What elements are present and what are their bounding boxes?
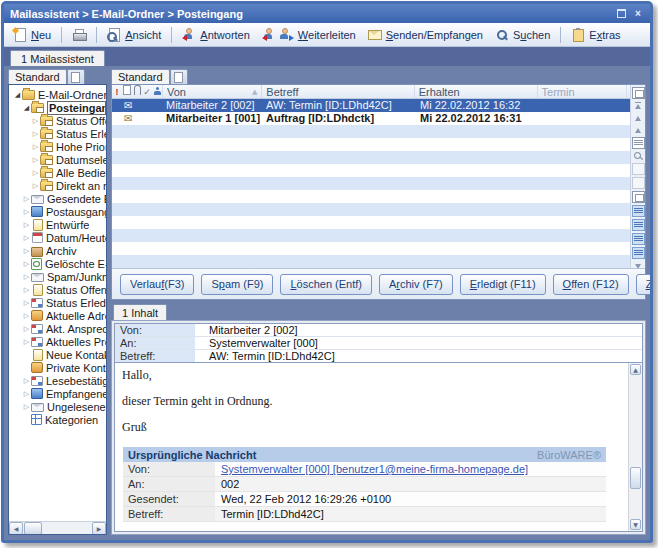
tree-item-status-erledigt[interactable]: ▷Status Erledigt (9, 127, 106, 140)
expand-icon[interactable]: ▷ (22, 247, 31, 255)
verlauf-button[interactable]: Verlauf (F3) (120, 274, 194, 295)
toolbar-button-senden-empfangen[interactable]: Senden/Empfangen (363, 26, 488, 43)
expand-icon[interactable]: ▷ (22, 260, 31, 268)
list-tab-new[interactable] (170, 69, 188, 84)
type-column-icon[interactable] (122, 85, 132, 98)
body-scrollbar[interactable]: ▲ ▼ (628, 363, 642, 531)
spam-button[interactable]: Spam (F9) (201, 274, 273, 295)
view-list-3-icon[interactable] (632, 233, 645, 245)
tree-item-neue-kontakte[interactable]: Neue Kontakte (9, 348, 106, 361)
tree-item-ungelesene-mails[interactable]: ▷Ungelesene Mails (9, 400, 106, 413)
search-icon[interactable] (633, 151, 644, 161)
page-up-icon[interactable] (633, 113, 644, 123)
scroll-right-icon[interactable]: ▶ (92, 522, 106, 535)
scroll-up-icon[interactable]: ▲ (630, 364, 641, 375)
copy-row-icon[interactable] (632, 191, 645, 203)
expand-icon[interactable]: ▷ (22, 221, 31, 229)
priority-column-icon[interactable]: ! (112, 86, 122, 98)
tree-item-entw-rfe[interactable]: ▷Entwürfe (9, 218, 106, 231)
expand-icon[interactable]: ▷ (31, 117, 40, 125)
tab-mailassistent[interactable]: 1 Mailassistent (10, 50, 105, 67)
tree-item-lesebest-tigungen[interactable]: ▷Lesebestätigungen (9, 374, 106, 387)
expand-icon[interactable]: ▷ (22, 390, 31, 398)
toolbar-button-drucken[interactable] (67, 26, 91, 43)
close-icon[interactable]: × (632, 8, 644, 19)
scrollbar-thumb[interactable] (24, 522, 42, 535)
tree-item-private-kontakte[interactable]: Private Kontakte (9, 361, 106, 374)
expand-icon[interactable]: ▷ (22, 299, 31, 307)
scroll-to-top-icon[interactable] (633, 101, 644, 111)
tree-item-postausgang[interactable]: ▷Postausgang (9, 205, 106, 218)
row-up-icon[interactable] (633, 125, 644, 135)
tree-item-direkt-an-mich[interactable]: ▷Direkt an mich (9, 179, 106, 192)
folder-tab-new[interactable] (67, 69, 85, 84)
offen-button[interactable]: Offen (F12) (553, 274, 629, 295)
tree-item-datumselektion[interactable]: ▷Datumselektion (9, 153, 106, 166)
list-tab-standard[interactable]: Standard (111, 69, 170, 84)
tree-item-kategorien[interactable]: Kategorien (9, 413, 106, 426)
table-columns-icon[interactable] (632, 137, 645, 149)
toolbar-button-antworten[interactable]: Antworten (177, 26, 255, 43)
expand-icon[interactable]: ▷ (22, 234, 31, 242)
restore-icon[interactable] (615, 8, 627, 19)
scrollbar-thumb[interactable] (630, 467, 641, 489)
tree-item-gesendete-e-mails[interactable]: ▷Gesendete E-Mails (9, 192, 106, 205)
lookup-icon[interactable] (632, 163, 645, 175)
tree-item-aktuelle-adresse[interactable]: ▷Aktuelle Adresse (9, 309, 106, 322)
expand-icon[interactable]: ▷ (22, 195, 31, 203)
collapse-icon[interactable]: ◢ (13, 91, 22, 99)
expand-icon[interactable]: ▷ (22, 312, 31, 320)
column-header-von[interactable]: Von▲ (162, 85, 261, 98)
expand-icon[interactable]: ▷ (31, 130, 40, 138)
column-header-erhalten[interactable]: Erhalten (414, 85, 537, 98)
collapse-icon[interactable]: ◢ (22, 104, 31, 112)
status-column-icon[interactable]: ✓ (142, 86, 152, 98)
scroll-left-icon[interactable]: ◀ (9, 522, 23, 535)
mail-row[interactable]: ✉Mitarbeiter 2 [002]AW: Termin [ID:LDhd4… (112, 99, 631, 112)
person-column-icon[interactable] (152, 86, 162, 98)
zusatz-button[interactable]: Zusatz (636, 274, 653, 295)
tab-inhalt[interactable]: 1 Inhalt (113, 304, 167, 320)
expand-icon[interactable]: ▷ (22, 338, 31, 346)
erledigt-button[interactable]: Erledigt (F11) (460, 274, 546, 295)
tree-item-status-offen[interactable]: ▷Status Offen (9, 283, 106, 296)
tree-item-e-mail-ordner[interactable]: ◢E-Mail-Ordner (9, 88, 106, 101)
toolbar-button-weiterleiten[interactable]: Weiterleiten (257, 26, 361, 43)
tree-item-status-erledigt[interactable]: ▷Status Erledigt (9, 296, 106, 309)
tree-item-posteingang[interactable]: ◢Posteingang (9, 101, 106, 114)
mail-row[interactable]: ✉Mitarbeiter 1 [001]Auftrag [ID:LDhdctk]… (112, 112, 631, 125)
tree-item-alle-bediener[interactable]: ▷Alle Bediener (9, 166, 106, 179)
tree-item-datum-heute[interactable]: ▷Datum/Heute (9, 231, 106, 244)
scroll-down-icon[interactable]: ▼ (630, 519, 641, 530)
tree-item-aktuelles-projekt[interactable]: ▷Aktuelles Projekt (9, 335, 106, 348)
folder-tab-standard[interactable]: Standard (8, 69, 67, 84)
tree-item-akt-ansprechpart[interactable]: ▷Akt. Ansprechpart (9, 322, 106, 335)
sender-link[interactable]: Systemverwalter [000] [benutzer1@meine-f… (215, 463, 528, 475)
attachment-column-icon[interactable] (132, 85, 142, 98)
view-list-1-icon[interactable] (632, 205, 645, 217)
view-list-2-icon[interactable] (632, 219, 645, 231)
expand-icon[interactable]: ▷ (31, 156, 40, 164)
toolbar-button-extras[interactable]: Extras (566, 26, 625, 43)
expand-icon[interactable]: ▷ (22, 377, 31, 385)
expand-icon[interactable]: ▷ (22, 325, 31, 333)
expand-icon[interactable]: ▷ (22, 286, 31, 294)
column-header-betreff[interactable]: Betreff (261, 85, 413, 98)
toolbar-button-suchen[interactable]: Suchen (490, 26, 555, 43)
view-list-4-icon[interactable] (632, 247, 645, 259)
column-header-termin[interactable]: Termin (537, 85, 626, 98)
filter-icon[interactable] (632, 177, 645, 189)
tree-horizontal-scrollbar[interactable]: ◀ ▶ (9, 521, 106, 534)
tree-item-spam-junkmails[interactable]: ▷Spam/Junkmails (9, 270, 106, 283)
expand-icon[interactable]: ▷ (22, 208, 31, 216)
loeschen-button[interactable]: Löschen (Entf) (280, 274, 372, 295)
tree-item-archiv[interactable]: ▷Archiv (9, 244, 106, 257)
column-chooser-icon[interactable] (632, 87, 645, 99)
tree-item-hohe-priorit-t[interactable]: ▷Hohe Priorität (9, 140, 106, 153)
expand-icon[interactable]: ▷ (31, 182, 40, 190)
archiv-button[interactable]: Archiv (F7) (379, 274, 453, 295)
tree-item-empfangene-mails[interactable]: ▷Empfangene Mails (9, 387, 106, 400)
expand-icon[interactable]: ▷ (31, 169, 40, 177)
tree-item-status-offen[interactable]: ▷Status Offen (9, 114, 106, 127)
toolbar-button-ansicht[interactable]: Ansicht (102, 26, 166, 43)
